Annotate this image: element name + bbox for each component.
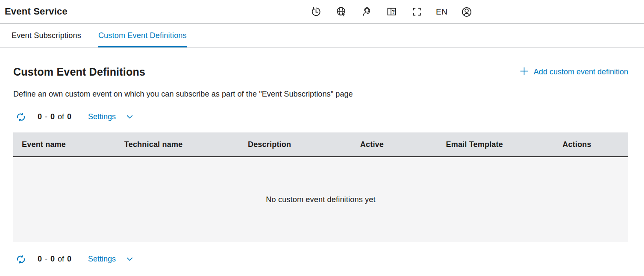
user-account-icon[interactable] (461, 6, 473, 18)
empty-state-row: No custom event definitions yet (13, 157, 628, 242)
page-head: Custom Event Definitions Add custom even… (13, 66, 628, 78)
range-total: 0 (67, 112, 71, 121)
range-of-label: of (58, 255, 64, 264)
page-description: Define an own custom event on which you … (13, 90, 628, 99)
topbar: Event Service (0, 0, 644, 23)
tab-bar: Event Subscriptions Custom Event Definit… (0, 23, 644, 48)
range-separator: - (45, 255, 47, 264)
language-selector[interactable]: EN (436, 7, 447, 17)
add-button-label: Add custom event definition (534, 68, 628, 76)
range-end: 0 (50, 255, 55, 264)
documentation-icon[interactable]: ? (385, 6, 397, 18)
fullscreen-icon[interactable] (411, 6, 423, 18)
chevron-down-icon[interactable] (125, 112, 135, 122)
table-header-row: Event name Technical name Description Ac… (13, 132, 628, 157)
history-icon[interactable] (310, 6, 322, 18)
refresh-icon[interactable] (16, 254, 26, 264)
support-icon[interactable] (360, 6, 372, 18)
range-start: 0 (38, 112, 42, 121)
range-total: 0 (67, 255, 71, 264)
pagination-range: 0 - 0 of 0 (38, 112, 71, 121)
empty-state-message: No custom event definitions yet (13, 157, 628, 242)
settings-link[interactable]: Settings (88, 112, 116, 121)
chevron-down-icon[interactable] (125, 254, 135, 264)
globe-pointer-icon[interactable] (335, 6, 347, 18)
list-controls-top: 0 - 0 of 0 Settings (13, 111, 628, 123)
settings-link[interactable]: Settings (88, 255, 116, 264)
tab-custom-event-definitions[interactable]: Custom Event Definitions (98, 23, 187, 47)
column-header-actions: Actions (526, 132, 628, 157)
custom-event-definitions-table: Event name Technical name Description Ac… (13, 132, 628, 242)
column-header-event-name: Event name (13, 132, 116, 157)
range-end: 0 (50, 112, 55, 121)
svg-text:?: ? (391, 9, 394, 15)
tab-event-subscriptions[interactable]: Event Subscriptions (12, 23, 81, 47)
pagination-range: 0 - 0 of 0 (38, 255, 71, 264)
topbar-icon-strip: ? EN (310, 0, 473, 23)
column-header-active: Active (321, 132, 423, 157)
refresh-icon[interactable] (16, 112, 26, 122)
page-title: Custom Event Definitions (13, 66, 145, 78)
add-custom-event-definition-button[interactable]: Add custom event definition (519, 66, 628, 78)
list-controls-bottom: 0 - 0 of 0 Settings (13, 253, 628, 265)
plus-icon (519, 66, 529, 78)
column-header-email-template: Email Template (423, 132, 526, 157)
range-of-label: of (58, 112, 64, 121)
app-title: Event Service (0, 6, 68, 17)
main-content: Custom Event Definitions Add custom even… (0, 66, 644, 265)
range-start: 0 (38, 255, 42, 264)
column-header-description: Description (218, 132, 321, 157)
column-header-technical-name: Technical name (116, 132, 218, 157)
range-separator: - (45, 112, 47, 121)
